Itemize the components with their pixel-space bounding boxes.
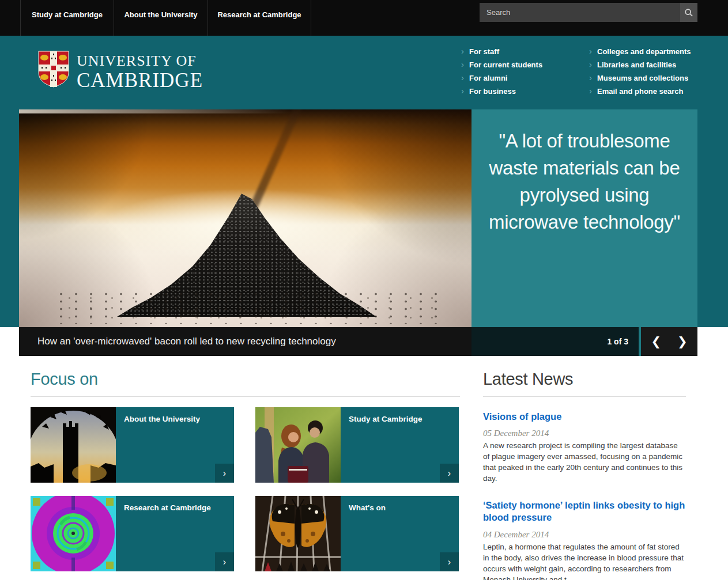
site-search bbox=[480, 3, 697, 22]
link-libraries-and-facilities[interactable]: ›Libraries and facilities bbox=[589, 58, 691, 71]
hero-image-highlight bbox=[19, 109, 291, 113]
link-email-and-phone-search[interactable]: ›Email and phone search bbox=[589, 85, 691, 98]
about-card-image bbox=[31, 407, 116, 483]
carousel-controls: ❮ ❯ bbox=[641, 327, 697, 356]
carousel-position-indicator: 1 of 3 bbox=[471, 327, 639, 356]
focus-card-research-at-cambridge[interactable]: Research at Cambridge › bbox=[31, 496, 234, 571]
quick-links-column-2: ›Colleges and departments ›Libraries and… bbox=[589, 45, 691, 98]
news-item-date: 04 December 2014 bbox=[483, 530, 686, 540]
card-label: About the University bbox=[116, 407, 234, 431]
university-logo[interactable]: UNIVERSITY OF CAMBRIDGE bbox=[38, 51, 203, 90]
focus-card-about-the-university[interactable]: About the University › bbox=[31, 407, 234, 483]
card-body: Study at Cambridge › bbox=[341, 407, 459, 483]
link-for-alumni[interactable]: ›For alumni bbox=[461, 71, 542, 85]
focus-cards-grid: About the University › bbox=[31, 407, 460, 571]
link-for-business[interactable]: ›For business bbox=[461, 85, 542, 98]
search-button[interactable] bbox=[680, 3, 697, 22]
cambridge-crest-icon bbox=[38, 51, 69, 88]
hero-quote-text: "A lot of troublesome waste materials ca… bbox=[485, 128, 684, 236]
whats-on-card-image bbox=[255, 496, 341, 571]
link-colleges-and-departments[interactable]: ›Colleges and departments bbox=[589, 45, 691, 58]
news-item-date: 05 December 2014 bbox=[483, 429, 686, 438]
search-input[interactable] bbox=[480, 3, 680, 22]
card-label: Research at Cambridge bbox=[116, 496, 234, 520]
top-navigation-bar: Study at Cambridge About the University … bbox=[0, 0, 728, 36]
focus-card-study-at-cambridge[interactable]: Study at Cambridge › bbox=[255, 407, 459, 483]
chevron-right-icon[interactable]: › bbox=[440, 552, 459, 571]
chevron-right-icon[interactable]: › bbox=[215, 464, 234, 483]
logo-line-1: UNIVERSITY OF bbox=[77, 53, 203, 69]
focus-on-section: Focus on bbox=[31, 370, 460, 571]
tab-study-at-cambridge[interactable]: Study at Cambridge bbox=[20, 0, 114, 36]
card-body: Research at Cambridge › bbox=[116, 496, 234, 571]
chevron-right-icon: › bbox=[589, 47, 592, 55]
hero-quote-panel: "A lot of troublesome waste materials ca… bbox=[471, 109, 697, 327]
research-card-image bbox=[31, 496, 116, 571]
latest-news-section: Latest News Visions of plague 05 Decembe… bbox=[483, 370, 686, 580]
hero-image-scattered-particles bbox=[54, 290, 437, 324]
hero-carousel-image bbox=[19, 109, 471, 327]
focus-card-whats-on[interactable]: What's on › bbox=[255, 496, 459, 571]
news-item-title-link[interactable]: Visions of plague bbox=[483, 411, 686, 423]
chevron-right-icon: › bbox=[461, 47, 464, 55]
chevron-right-icon: › bbox=[461, 73, 464, 82]
chevron-right-icon[interactable]: › bbox=[440, 464, 459, 483]
tab-research-at-cambridge[interactable]: Research at Cambridge bbox=[208, 0, 311, 36]
chevron-right-icon[interactable]: › bbox=[215, 552, 234, 571]
chevron-right-icon: › bbox=[589, 60, 592, 69]
link-museums-and-collections[interactable]: ›Museums and collections bbox=[589, 71, 691, 85]
card-body: About the University › bbox=[116, 407, 234, 483]
link-for-current-students[interactable]: ›For current students bbox=[461, 58, 542, 71]
focus-on-heading: Focus on bbox=[31, 370, 460, 389]
news-item: ‘Satiety hormone’ leptin links obesity t… bbox=[483, 499, 686, 580]
card-label: What's on bbox=[341, 496, 459, 520]
logo-wordmark: UNIVERSITY OF CAMBRIDGE bbox=[77, 51, 203, 90]
divider bbox=[31, 396, 460, 397]
news-item-title-link[interactable]: ‘Satiety hormone’ leptin links obesity t… bbox=[483, 499, 686, 524]
search-icon bbox=[684, 8, 693, 17]
latest-news-heading: Latest News bbox=[483, 370, 686, 389]
chevron-right-icon: › bbox=[589, 73, 592, 82]
chevron-right-icon: › bbox=[461, 60, 464, 69]
divider bbox=[483, 396, 686, 397]
main-content: Focus on bbox=[0, 356, 728, 580]
news-item-summary: A new research project is compiling the … bbox=[483, 441, 686, 484]
chevron-right-icon: › bbox=[461, 86, 464, 95]
header-band: UNIVERSITY OF CAMBRIDGE ›For staff ›For … bbox=[0, 36, 728, 327]
logo-line-2: CAMBRIDGE bbox=[77, 70, 203, 90]
carousel-caption-link[interactable]: How an 'over-microwaved' bacon roll led … bbox=[19, 327, 471, 356]
carousel-next-button[interactable]: ❯ bbox=[677, 336, 688, 348]
quick-links-column-1: ›For staff ›For current students ›For al… bbox=[461, 45, 542, 98]
news-item-summary: Leptin, a hormone that regulates the amo… bbox=[483, 542, 686, 580]
link-for-staff[interactable]: ›For staff bbox=[461, 45, 542, 58]
card-label: Study at Cambridge bbox=[341, 407, 459, 431]
tab-about-the-university[interactable]: About the University bbox=[114, 0, 208, 36]
carousel-caption-bar: How an 'over-microwaved' bacon roll led … bbox=[0, 327, 728, 356]
news-item: Visions of plague 05 December 2014 A new… bbox=[483, 411, 686, 484]
study-card-image bbox=[255, 407, 341, 483]
chevron-left-icon: ❮ bbox=[651, 335, 661, 348]
chevron-right-icon: ❯ bbox=[677, 335, 688, 348]
primary-tabs: Study at Cambridge About the University … bbox=[20, 0, 311, 36]
chevron-right-icon: › bbox=[589, 86, 592, 95]
carousel-prev-button[interactable]: ❮ bbox=[651, 336, 661, 348]
card-body: What's on › bbox=[341, 496, 459, 571]
